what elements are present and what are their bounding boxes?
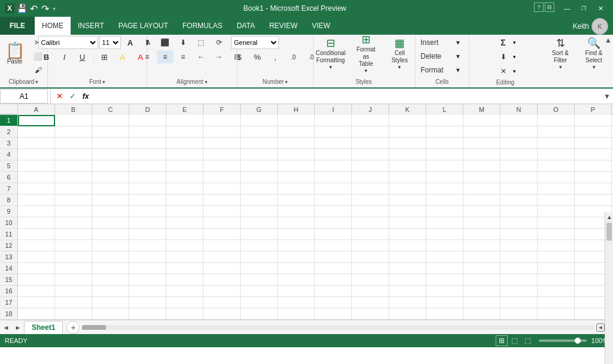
cell-J2[interactable] — [352, 126, 389, 138]
comma-button[interactable]: , — [267, 50, 284, 63]
number-expand[interactable]: ▾ — [285, 79, 288, 85]
formula-expand[interactable]: ▼ — [601, 92, 613, 101]
cell-C15[interactable] — [92, 274, 129, 286]
indent-decrease-button[interactable]: ← — [193, 50, 210, 63]
cell-A1[interactable] — [18, 115, 55, 126]
cell-E10[interactable] — [166, 217, 204, 229]
cell-E8[interactable] — [166, 195, 204, 206]
cell-H14[interactable] — [278, 263, 315, 274]
cell-N1[interactable] — [500, 115, 538, 126]
cell-D2[interactable] — [129, 126, 166, 138]
user-avatar[interactable]: K — [591, 18, 608, 35]
cell-M9[interactable] — [463, 206, 500, 217]
ribbon-collapse[interactable]: ▲ — [605, 36, 612, 44]
row-number-7[interactable]: 7 — [0, 183, 18, 194]
cell-N13[interactable] — [500, 251, 538, 263]
cell-J1[interactable] — [352, 115, 389, 126]
number-format-select[interactable]: General — [231, 36, 279, 49]
cell-D11[interactable] — [129, 229, 166, 240]
cell-J13[interactable] — [352, 251, 389, 263]
cell-O14[interactable] — [538, 263, 575, 274]
cell-E4[interactable] — [166, 149, 204, 160]
cell-C11[interactable] — [92, 229, 129, 240]
help-icon[interactable]: ? — [534, 2, 544, 12]
cell-G5[interactable] — [241, 160, 278, 172]
cell-K1[interactable] — [389, 115, 426, 126]
row-number-3[interactable]: 3 — [0, 138, 18, 148]
cell-D1[interactable] — [129, 115, 166, 126]
cell-L7[interactable] — [426, 183, 463, 195]
col-header-m[interactable]: M — [463, 104, 500, 115]
insert-dropdown-button[interactable]: ▾ — [450, 36, 466, 49]
cell-B4[interactable] — [55, 149, 92, 160]
cell-B5[interactable] — [55, 160, 92, 172]
cell-K14[interactable] — [389, 263, 426, 274]
delete-dropdown-button[interactable]: ▾ — [450, 50, 466, 63]
cell-O13[interactable] — [538, 251, 575, 263]
cell-P6[interactable] — [575, 172, 612, 183]
cell-F5[interactable] — [204, 160, 241, 172]
cell-O4[interactable] — [538, 149, 575, 160]
cell-O1[interactable] — [538, 115, 575, 126]
cell-K11[interactable] — [389, 229, 426, 240]
col-header-i[interactable]: I — [315, 104, 352, 115]
cell-F15[interactable] — [204, 274, 241, 286]
cell-O15[interactable] — [538, 274, 575, 286]
cell-A15[interactable] — [18, 274, 55, 286]
row-number-18[interactable]: 18 — [0, 308, 18, 319]
cell-B3[interactable] — [55, 138, 92, 149]
cell-E11[interactable] — [166, 229, 204, 240]
cell-M11[interactable] — [463, 229, 500, 240]
cell-E14[interactable] — [166, 263, 204, 274]
cell-C18[interactable] — [92, 308, 129, 320]
cell-B11[interactable] — [55, 229, 92, 240]
row-number-16[interactable]: 16 — [0, 286, 18, 296]
v-scroll-thumb[interactable] — [606, 223, 612, 241]
cell-C8[interactable] — [92, 195, 129, 206]
cell-D4[interactable] — [129, 149, 166, 160]
cell-O10[interactable] — [538, 217, 575, 229]
delete-cells-button[interactable]: Delete — [418, 50, 448, 63]
align-bottom-button[interactable]: ⬇ — [175, 36, 192, 49]
insert-function-button[interactable]: fx — [80, 90, 92, 102]
cell-K4[interactable] — [389, 149, 426, 160]
cell-F2[interactable] — [204, 126, 241, 138]
col-header-l[interactable]: L — [426, 104, 463, 115]
file-tab[interactable]: FILE — [0, 17, 35, 35]
cell-C3[interactable] — [92, 138, 129, 149]
cell-K17[interactable] — [389, 297, 426, 308]
cell-D18[interactable] — [129, 308, 166, 320]
cell-F7[interactable] — [204, 183, 241, 195]
cell-N14[interactable] — [500, 263, 538, 274]
cell-E15[interactable] — [166, 274, 204, 286]
cell-M1[interactable] — [463, 115, 500, 126]
cell-G18[interactable] — [241, 308, 278, 320]
orientation-button[interactable]: ⟳ — [211, 36, 227, 49]
cell-B12[interactable] — [55, 240, 92, 251]
cell-A5[interactable] — [18, 160, 55, 172]
cell-D7[interactable] — [129, 183, 166, 195]
zoom-thumb[interactable] — [575, 338, 581, 344]
cell-F1[interactable] — [204, 115, 241, 126]
cell-D14[interactable] — [129, 263, 166, 274]
h-scroll-thumb[interactable] — [82, 325, 106, 330]
cell-B6[interactable] — [55, 172, 92, 183]
cell-B8[interactable] — [55, 195, 92, 206]
cell-C16[interactable] — [92, 286, 129, 297]
cell-D12[interactable] — [129, 240, 166, 251]
cell-A16[interactable] — [18, 286, 55, 297]
cell-F11[interactable] — [204, 229, 241, 240]
col-header-h[interactable]: H — [278, 104, 315, 115]
cell-I12[interactable] — [315, 240, 352, 251]
page-layout-view-button[interactable]: ⬚ — [509, 335, 521, 346]
row-number-15[interactable]: 15 — [0, 274, 18, 285]
cell-B1[interactable] — [55, 115, 92, 126]
cell-N3[interactable] — [500, 138, 538, 149]
cell-F18[interactable] — [204, 308, 241, 320]
format-dropdown-button[interactable]: ▾ — [450, 63, 466, 77]
paste-button[interactable]: 📋 Paste — [1, 36, 29, 71]
col-header-o[interactable]: O — [538, 104, 575, 115]
cell-L16[interactable] — [426, 286, 463, 297]
cell-C6[interactable] — [92, 172, 129, 183]
cell-G3[interactable] — [241, 138, 278, 149]
